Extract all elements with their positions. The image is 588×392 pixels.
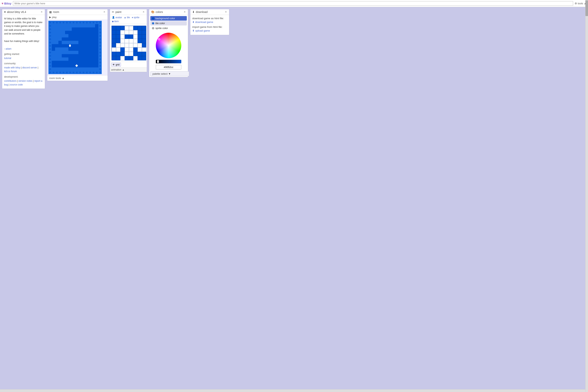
room-cell[interactable] bbox=[85, 58, 88, 61]
room-cell[interactable] bbox=[72, 64, 75, 68]
room-cell[interactable] bbox=[85, 64, 88, 68]
room-cell[interactable] bbox=[78, 21, 82, 24]
itch-link[interactable]: itch.io forum bbox=[4, 70, 17, 73]
download-close-button[interactable]: × bbox=[224, 10, 227, 14]
room-cell[interactable] bbox=[88, 61, 92, 64]
room-cell[interactable] bbox=[65, 71, 68, 74]
pixel-cell[interactable] bbox=[125, 56, 129, 60]
room-cell[interactable] bbox=[52, 38, 55, 41]
pixel-cell[interactable] bbox=[116, 34, 120, 39]
room-cell[interactable] bbox=[62, 28, 65, 31]
room-cell[interactable] bbox=[72, 38, 75, 41]
room-cell[interactable] bbox=[92, 21, 95, 24]
pixel-cell[interactable] bbox=[120, 52, 125, 56]
room-cell[interactable] bbox=[98, 21, 102, 24]
room-cell[interactable] bbox=[88, 31, 92, 34]
room-cell[interactable] bbox=[82, 21, 85, 24]
room-cell[interactable] bbox=[92, 48, 95, 51]
contributors-link[interactable]: contributors bbox=[4, 80, 16, 82]
room-cell[interactable] bbox=[78, 54, 82, 58]
room-cell[interactable] bbox=[48, 61, 52, 64]
room-cell[interactable] bbox=[55, 68, 58, 71]
room-cell[interactable] bbox=[82, 24, 85, 28]
room-cell[interactable] bbox=[65, 21, 68, 24]
pixel-cell[interactable] bbox=[112, 30, 116, 34]
room-cell[interactable] bbox=[65, 64, 68, 68]
room-cell[interactable] bbox=[48, 31, 52, 34]
room-cell[interactable] bbox=[95, 34, 98, 38]
pixel-cell[interactable] bbox=[129, 52, 133, 56]
room-cell[interactable] bbox=[48, 54, 52, 58]
room-cell[interactable] bbox=[68, 34, 72, 38]
room-cell[interactable] bbox=[48, 51, 52, 54]
room-cell[interactable] bbox=[78, 48, 82, 51]
room-cell[interactable] bbox=[88, 51, 92, 54]
room-cell[interactable] bbox=[88, 28, 92, 31]
pixel-cell[interactable] bbox=[138, 48, 142, 52]
room-cell[interactable] bbox=[68, 31, 72, 34]
room-cell[interactable] bbox=[95, 28, 98, 31]
room-cell[interactable] bbox=[52, 48, 55, 51]
tab-item[interactable]: ◆ item bbox=[111, 20, 120, 23]
room-cell[interactable] bbox=[55, 28, 58, 31]
room-cell[interactable] bbox=[82, 51, 85, 54]
tools-button[interactable]: ⚙ tools ▲ bbox=[575, 2, 586, 5]
room-cell[interactable] bbox=[95, 38, 98, 41]
pixel-cell[interactable] bbox=[133, 43, 138, 48]
pixel-cell[interactable] bbox=[138, 43, 142, 48]
room-cell[interactable] bbox=[75, 61, 78, 64]
animation-bar[interactable]: animation ▲ bbox=[110, 68, 147, 72]
room-cell[interactable] bbox=[92, 28, 95, 31]
room-cell[interactable] bbox=[95, 71, 98, 74]
room-cell[interactable] bbox=[98, 24, 102, 28]
room-cell[interactable] bbox=[58, 58, 62, 61]
room-cell[interactable] bbox=[75, 51, 78, 54]
pixel-cell[interactable] bbox=[116, 26, 120, 30]
pixel-cell[interactable] bbox=[133, 48, 138, 52]
room-cell[interactable] bbox=[58, 34, 62, 38]
room-cell[interactable] bbox=[82, 34, 85, 38]
room-cell[interactable] bbox=[68, 48, 72, 51]
room-cell[interactable] bbox=[48, 38, 52, 41]
tab-tile[interactable]: ▲ tile bbox=[123, 16, 130, 19]
made-with-bitsy-link[interactable]: made with bitsy bbox=[4, 66, 20, 69]
room-cell[interactable] bbox=[72, 28, 75, 31]
scrollbar-thumb[interactable] bbox=[586, 0, 588, 16]
room-cell[interactable] bbox=[58, 38, 62, 41]
room-canvas-container[interactable] bbox=[47, 20, 108, 75]
room-cell[interactable] bbox=[92, 34, 95, 38]
scrollbar-right[interactable] bbox=[585, 0, 588, 392]
pixel-cell[interactable] bbox=[138, 34, 142, 39]
pixel-cell[interactable] bbox=[142, 26, 146, 30]
room-cell[interactable] bbox=[52, 21, 55, 24]
room-grid[interactable] bbox=[48, 21, 102, 74]
room-cell[interactable] bbox=[78, 38, 82, 41]
room-cell[interactable] bbox=[88, 64, 92, 68]
room-cell[interactable] bbox=[88, 24, 92, 28]
pixel-canvas[interactable] bbox=[112, 26, 146, 60]
room-cell[interactable] bbox=[62, 48, 65, 51]
room-cell[interactable] bbox=[58, 21, 62, 24]
room-cell[interactable] bbox=[95, 54, 98, 58]
room-cell[interactable] bbox=[58, 68, 62, 71]
pixel-cell[interactable] bbox=[138, 30, 142, 34]
room-cell[interactable] bbox=[75, 28, 78, 31]
hex-color-input[interactable] bbox=[156, 65, 181, 70]
room-cell[interactable] bbox=[72, 68, 75, 71]
room-cell[interactable] bbox=[95, 68, 98, 71]
room-cell[interactable] bbox=[78, 71, 82, 74]
room-cell[interactable] bbox=[78, 41, 82, 44]
room-cell[interactable] bbox=[85, 44, 88, 48]
room-cell[interactable] bbox=[55, 41, 58, 44]
version-notes-link[interactable]: version notes bbox=[18, 80, 32, 82]
room-cell[interactable] bbox=[95, 44, 98, 48]
about-close-button[interactable]: × bbox=[40, 10, 43, 14]
room-cell[interactable] bbox=[85, 61, 88, 64]
room-cell[interactable] bbox=[55, 38, 58, 41]
pixel-cell[interactable] bbox=[120, 56, 125, 60]
room-cell[interactable] bbox=[55, 58, 58, 61]
room-cell[interactable] bbox=[78, 64, 82, 68]
room-cell[interactable] bbox=[68, 58, 72, 61]
room-cell[interactable] bbox=[75, 71, 78, 74]
pixel-cell[interactable] bbox=[112, 56, 116, 60]
